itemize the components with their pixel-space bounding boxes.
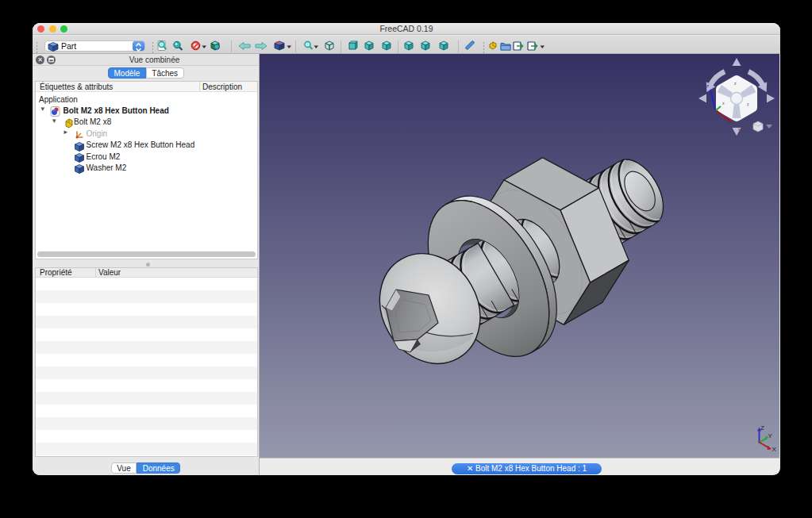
svg-text:X: X — [772, 446, 777, 453]
svg-text:x: x — [738, 127, 741, 132]
svg-text:Y: Y — [768, 432, 773, 439]
svg-text:z: z — [706, 83, 709, 88]
svg-text:Z: Z — [760, 424, 764, 432]
